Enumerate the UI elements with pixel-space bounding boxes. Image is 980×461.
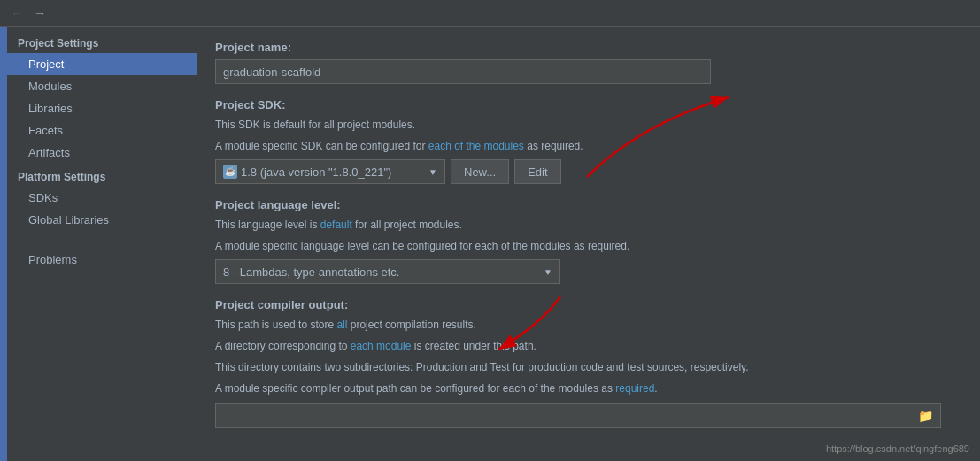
language-level-dropdown[interactable]: 8 - Lambdas, type annotations etc. ▼ bbox=[215, 259, 560, 284]
main-layout: Project Settings Project Modules Librari… bbox=[0, 27, 980, 461]
sdk-dropdown-arrow-icon: ▼ bbox=[428, 167, 437, 177]
language-level-label: Project language level: bbox=[215, 198, 962, 211]
platform-settings-section-label: Platform Settings bbox=[7, 164, 197, 187]
project-name-label: Project name: bbox=[215, 41, 962, 54]
content-area: Project name: Project SDK: This SDK is d… bbox=[197, 27, 980, 461]
compiler-output-input[interactable] bbox=[223, 410, 918, 423]
back-button[interactable]: ← bbox=[7, 4, 27, 22]
language-dropdown-arrow-icon: ▼ bbox=[544, 267, 552, 277]
language-level-section: Project language level: This language le… bbox=[215, 198, 962, 284]
sidebar-item-project[interactable]: Project bbox=[7, 53, 197, 75]
project-sdk-label: Project SDK: bbox=[215, 98, 962, 111]
sidebar: Project Settings Project Modules Librari… bbox=[7, 27, 197, 461]
sdk-java-icon: ☕ bbox=[223, 165, 237, 179]
sdk-value: 1.8 (java version "1.8.0_221") bbox=[241, 165, 391, 179]
sidebar-item-facets[interactable]: Facets bbox=[7, 119, 197, 142]
sidebar-item-modules[interactable]: Modules bbox=[7, 75, 197, 97]
sidebar-item-problems[interactable]: Problems bbox=[7, 249, 197, 271]
watermark: https://blog.csdn.net/qingfeng689 bbox=[826, 443, 969, 454]
forward-button[interactable]: → bbox=[30, 4, 50, 22]
language-level-desc1: This language level is default for all p… bbox=[215, 217, 962, 233]
sdk-dropdown[interactable]: ☕ 1.8 (java version "1.8.0_221") ▼ bbox=[215, 159, 445, 184]
folder-browse-icon[interactable]: 📁 bbox=[918, 409, 933, 423]
navigation-arrows: ← → bbox=[7, 4, 50, 22]
project-settings-section-label: Project Settings bbox=[7, 30, 197, 53]
language-level-desc2: A module specific language level can be … bbox=[215, 238, 962, 254]
project-name-section: Project name: bbox=[215, 41, 962, 84]
sidebar-item-global-libraries[interactable]: Global Libraries bbox=[7, 209, 197, 231]
sidebar-item-artifacts[interactable]: Artifacts bbox=[7, 142, 197, 164]
compiler-output-desc1: This path is used to store all project c… bbox=[215, 317, 962, 333]
left-edge-accent bbox=[0, 27, 7, 461]
sdk-new-button[interactable]: New... bbox=[451, 159, 509, 184]
project-sdk-desc2: A module specific SDK can be configured … bbox=[215, 138, 962, 154]
compiler-output-desc2: A directory corresponding to each module… bbox=[215, 338, 962, 354]
project-sdk-desc1: This SDK is default for all project modu… bbox=[215, 117, 962, 133]
compiler-output-section: Project compiler output: This path is us… bbox=[215, 298, 962, 428]
sidebar-item-sdks[interactable]: SDKs bbox=[7, 187, 197, 209]
top-bar: ← → bbox=[0, 0, 980, 27]
sidebar-item-libraries[interactable]: Libraries bbox=[7, 97, 197, 119]
compiler-output-desc4: A module specific compiler output path c… bbox=[215, 380, 962, 396]
project-sdk-section: Project SDK: This SDK is default for all… bbox=[215, 98, 962, 184]
language-level-value: 8 - Lambdas, type annotations etc. bbox=[223, 265, 399, 279]
sdk-edit-button[interactable]: Edit bbox=[514, 159, 560, 184]
project-name-input[interactable] bbox=[215, 59, 711, 84]
sdk-row: ☕ 1.8 (java version "1.8.0_221") ▼ New..… bbox=[215, 159, 962, 184]
compiler-output-label: Project compiler output: bbox=[215, 298, 962, 311]
compiler-output-row: 📁 bbox=[215, 403, 941, 428]
compiler-output-desc3: This directory contains two subdirectori… bbox=[215, 359, 962, 375]
